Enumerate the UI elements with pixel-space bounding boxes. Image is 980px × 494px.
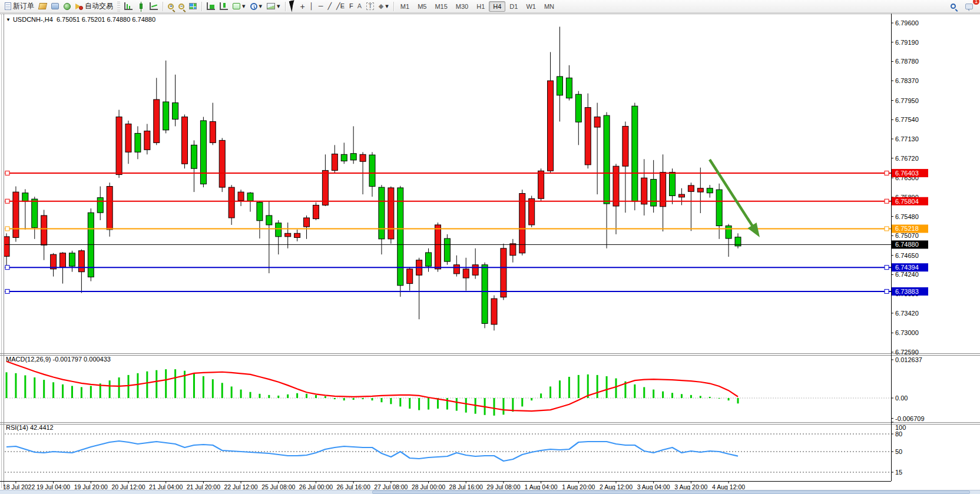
cursor-button[interactable] (288, 1, 298, 12)
new-order-icon (5, 2, 11, 10)
signals-button[interactable] (61, 1, 73, 12)
macd-values: -0.001797 0.000433 (52, 356, 110, 363)
period-dropdown[interactable]: ▾ (248, 1, 265, 12)
svg-text:6.79600: 6.79600 (895, 19, 919, 26)
cursor-icon (289, 0, 296, 12)
line-chart-button[interactable] (147, 1, 160, 12)
trendline-icon: ╱ (327, 3, 332, 9)
period-icon (250, 3, 257, 10)
chart-canvas[interactable]: 6.796006.791906.787806.783706.779506.775… (0, 14, 980, 494)
search-button[interactable] (948, 1, 958, 12)
crosshair-icon: + (300, 2, 305, 11)
svg-text:6.73883: 6.73883 (895, 288, 919, 295)
candlestick-chart-icon (140, 4, 143, 9)
horizontal-line-icon: ─ (319, 3, 323, 9)
svg-text:50: 50 (895, 448, 902, 455)
toolbar-grip (117, 2, 120, 11)
svg-text:6.75070: 6.75070 (895, 232, 919, 239)
tab-timeframe-mn[interactable]: MN (540, 1, 558, 12)
tab-timeframe-w1[interactable]: W1 (522, 1, 540, 12)
svg-text:6.77130: 6.77130 (895, 135, 919, 142)
zoom-out-button[interactable]: − (176, 1, 187, 12)
horizontal-scrollbar[interactable] (0, 490, 980, 494)
toolbar-separator (285, 2, 286, 11)
svg-text:0.012637: 0.012637 (895, 356, 922, 363)
toolbar-separator (201, 2, 202, 11)
bar-chart-icon (124, 2, 133, 10)
dropdown-caret-icon: ▾ (277, 3, 280, 9)
macd-indicator-label: MACD(12,26,9) -0.001797 0.000433 (6, 356, 111, 363)
dropdown-caret-icon: ▾ (242, 3, 246, 9)
candlestick-chart-button[interactable] (135, 1, 147, 12)
tile-windows-button[interactable] (187, 1, 199, 12)
template-dropdown[interactable]: ▾ (264, 1, 283, 12)
symbol-dropdown-icon[interactable]: ▼ (6, 17, 11, 22)
tab-timeframe-m5[interactable]: M5 (413, 1, 431, 12)
rsi-value: 42.4412 (30, 424, 54, 431)
trading-terminal-window: 新订单 自动交易 + − ▾ (0, 0, 980, 494)
svg-text:6.75218: 6.75218 (895, 225, 919, 232)
add-indicator-icon (233, 3, 240, 9)
gold-chart-icon (38, 3, 47, 9)
svg-text:80: 80 (895, 430, 902, 437)
template-icon (267, 3, 275, 9)
tab-timeframe-h1[interactable]: H1 (472, 1, 489, 12)
text-button[interactable]: A (355, 1, 364, 12)
fibonacci-button[interactable]: F (347, 1, 355, 12)
svg-text:6.77950: 6.77950 (895, 97, 919, 104)
svg-text:6.73000: 6.73000 (895, 329, 919, 336)
terminal-icon (51, 3, 59, 9)
horizontal-line-button[interactable]: ─ (316, 1, 326, 12)
crosshair-button[interactable]: + (298, 1, 307, 12)
tab-timeframe-m30[interactable]: M30 (452, 1, 472, 12)
new-order-label: 新订单 (13, 1, 34, 11)
indicator-window-button[interactable] (204, 1, 217, 12)
svg-text:6.76720: 6.76720 (895, 155, 919, 162)
tab-timeframe-d1[interactable]: D1 (505, 1, 522, 12)
auto-trading-button[interactable]: 自动交易 (73, 1, 115, 12)
svg-text:6.74394: 6.74394 (895, 264, 919, 271)
search-icon (951, 4, 956, 9)
terminal-button[interactable] (49, 1, 61, 12)
label-button[interactable]: T (364, 1, 376, 12)
chat-button[interactable]: 1 (963, 1, 975, 12)
bar-chart-button[interactable] (122, 1, 135, 12)
tile-windows-icon (189, 3, 197, 9)
dropdown-caret-icon: ▾ (259, 3, 263, 9)
svg-text:15: 15 (895, 469, 902, 476)
trendline-button[interactable]: ╱ (325, 1, 334, 12)
svg-text:6.74240: 6.74240 (895, 271, 919, 278)
signals-icon (64, 3, 71, 10)
tab-timeframe-m1[interactable]: M1 (396, 1, 413, 12)
svg-text:0.00: 0.00 (895, 394, 908, 402)
chart-title: ▼USDCNH-,H4 6.75051 6.75201 6.74880 6.74… (6, 16, 155, 23)
gold-chart-button[interactable] (37, 1, 49, 12)
toolbar-separator (163, 2, 163, 11)
svg-text:6.79190: 6.79190 (895, 39, 919, 46)
dropdown-caret-icon: ▾ (385, 3, 389, 9)
fibonacci-icon: F (349, 3, 353, 9)
add-indicator-dropdown[interactable]: ▾ (230, 1, 248, 12)
new-order-button[interactable]: 新订单 (2, 1, 37, 12)
svg-text:6.75804: 6.75804 (895, 198, 919, 205)
channel-button[interactable]: ╱E (334, 1, 347, 12)
svg-text:6.75480: 6.75480 (895, 213, 919, 220)
arrows-icon: ◆ (379, 3, 383, 9)
zoom-in-button[interactable]: + (165, 1, 176, 12)
tab-timeframe-h4[interactable]: H4 (489, 1, 505, 12)
vertical-line-button[interactable]: │ (307, 1, 316, 12)
toolbar-separator (393, 2, 394, 11)
scrollbar-handle[interactable] (372, 490, 970, 494)
svg-text:6.78780: 6.78780 (895, 58, 919, 65)
arrows-dropdown[interactable]: ◆ ▾ (376, 1, 391, 12)
indicator-window2-button[interactable] (217, 1, 230, 12)
auto-trading-label: 自动交易 (85, 1, 113, 11)
auto-trading-icon (75, 3, 83, 10)
chart-window: 6.796006.791906.787806.783706.779506.775… (0, 14, 980, 494)
chart-frame (0, 14, 980, 490)
rsi-indicator-label: RSI(14) 42.4412 (6, 424, 54, 431)
svg-text:6.76403: 6.76403 (895, 170, 919, 177)
indicator-window2-icon (220, 2, 228, 10)
vertical-line-icon: │ (310, 3, 314, 9)
tab-timeframe-m15[interactable]: M15 (431, 1, 451, 12)
